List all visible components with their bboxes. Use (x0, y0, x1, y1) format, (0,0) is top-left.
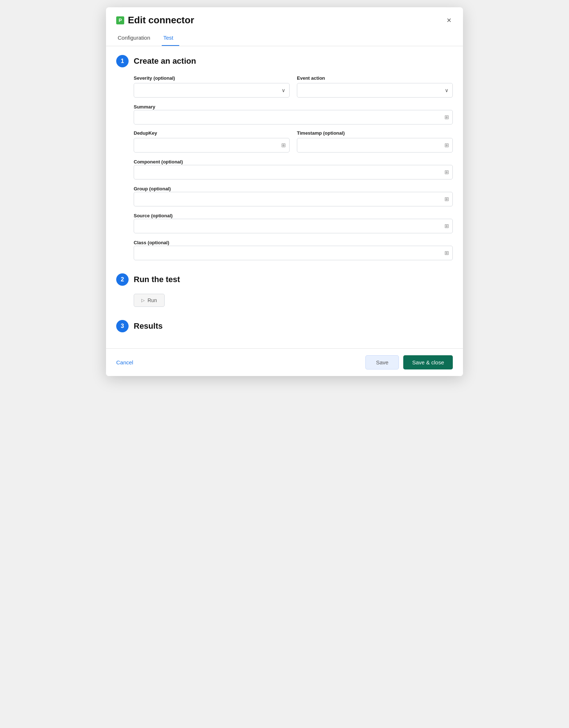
timestamp-input[interactable] (297, 138, 453, 153)
play-icon: ▷ (141, 298, 145, 303)
form-field-group: Group (optional) ⊞ (134, 185, 453, 206)
section-1-title: Create an action (134, 56, 196, 66)
modal-footer: Cancel Save Save & close (106, 348, 463, 376)
summary-input[interactable] (134, 110, 453, 124)
section-run-test: 2 Run the test ▷ Run (116, 273, 453, 307)
save-button[interactable]: Save (365, 355, 399, 369)
footer-right-buttons: Save Save & close (365, 355, 453, 369)
label-summary: Summary (134, 104, 155, 110)
run-button-label: Run (148, 297, 157, 303)
severity-select-wrapper: critical error warning info ∨ (134, 83, 290, 98)
step-badge-2: 2 (116, 273, 129, 286)
severity-select[interactable]: critical error warning info (134, 83, 290, 98)
form-field-severity: Severity (optional) critical error warni… (134, 75, 290, 98)
save-close-button[interactable]: Save & close (403, 355, 453, 369)
cancel-button[interactable]: Cancel (116, 356, 133, 368)
source-input[interactable] (134, 219, 453, 233)
label-source: Source (optional) (134, 213, 173, 218)
step-badge-3: 3 (116, 320, 129, 332)
step-badge-1: 1 (116, 55, 129, 67)
run-button[interactable]: ▷ Run (134, 294, 165, 307)
run-test-content: ▷ Run (116, 294, 453, 307)
section-1-header: 1 Create an action (116, 55, 453, 67)
dedupkey-input-wrapper: ⊞ (134, 138, 290, 153)
section-2-header: 2 Run the test (116, 273, 453, 286)
form-field-component: Component (optional) ⊞ (134, 158, 453, 179)
close-button[interactable]: × (445, 15, 453, 26)
section-3-header: 3 Results (116, 320, 453, 332)
modal-title-row: P Edit connector (116, 15, 194, 26)
component-input[interactable] (134, 165, 453, 179)
section-results: 3 Results (116, 320, 453, 332)
label-component: Component (optional) (134, 159, 183, 165)
class-input[interactable] (134, 246, 453, 260)
form-field-summary: Summary ⊞ (134, 103, 453, 124)
section-create-action: 1 Create an action Severity (optional) c… (116, 55, 453, 260)
tab-configuration[interactable]: Configuration (116, 31, 156, 46)
modal-header: P Edit connector × (106, 7, 463, 26)
modal-body: 1 Create an action Severity (optional) c… (106, 46, 463, 345)
section-2-title: Run the test (134, 275, 180, 284)
label-timestamp: Timestamp (optional) (297, 130, 453, 136)
edit-connector-modal: P Edit connector × Configuration Test 1 … (106, 7, 463, 376)
label-event-action: Event action (297, 75, 453, 81)
form-field-timestamp: Timestamp (optional) ⊞ (297, 130, 453, 153)
tab-test[interactable]: Test (162, 31, 179, 46)
timestamp-input-wrapper: ⊞ (297, 138, 453, 153)
form-field-event-action: Event action trigger acknowledge resolve… (297, 75, 453, 98)
pager-logo-icon: P (116, 16, 124, 24)
form-field-source: Source (optional) ⊞ (134, 212, 453, 233)
event-action-select[interactable]: trigger acknowledge resolve (297, 83, 453, 98)
label-severity: Severity (optional) (134, 75, 290, 81)
source-input-wrapper: ⊞ (134, 219, 453, 233)
group-input[interactable] (134, 192, 453, 206)
label-group: Group (optional) (134, 186, 171, 191)
summary-input-wrapper: ⊞ (134, 110, 453, 124)
tabs-row: Configuration Test (106, 31, 463, 46)
section-3-title: Results (134, 321, 162, 331)
class-input-wrapper: ⊞ (134, 246, 453, 260)
label-class: Class (optional) (134, 240, 169, 245)
form-row-dedup-timestamp: DedupKey ⊞ Timestamp (optional) ⊞ (134, 130, 453, 153)
component-input-wrapper: ⊞ (134, 165, 453, 179)
form-content: Severity (optional) critical error warni… (116, 75, 453, 260)
group-input-wrapper: ⊞ (134, 192, 453, 206)
event-action-select-wrapper: trigger acknowledge resolve ∨ (297, 83, 453, 98)
form-row-severity-event: Severity (optional) critical error warni… (134, 75, 453, 98)
form-field-dedupkey: DedupKey ⊞ (134, 130, 290, 153)
dedupkey-input[interactable] (134, 138, 290, 153)
modal-title: Edit connector (128, 15, 194, 26)
label-dedupkey: DedupKey (134, 130, 290, 136)
form-field-class: Class (optional) ⊞ (134, 239, 453, 260)
